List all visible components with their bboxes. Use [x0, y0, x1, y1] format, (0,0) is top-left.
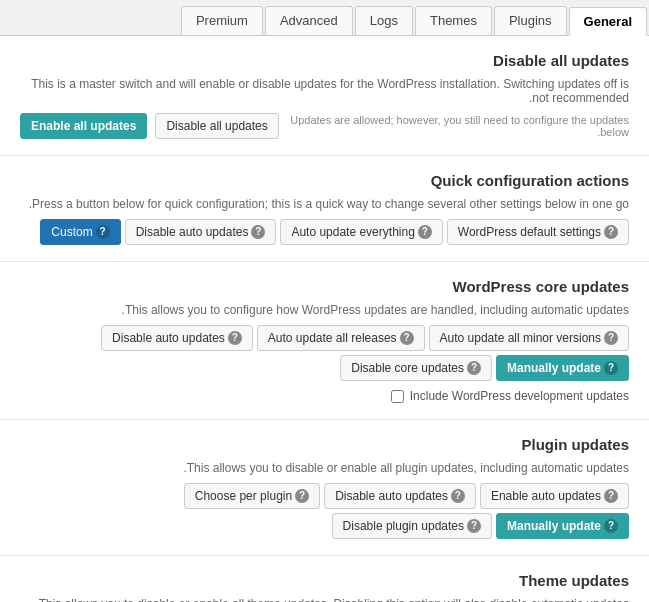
plugin-disable-auto-info[interactable]: ? — [451, 489, 465, 503]
disable-all-note: Updates are allowed; however, you still … — [287, 114, 629, 138]
disable-all-button[interactable]: Disable all updates — [155, 113, 278, 139]
quick-config-custom-button[interactable]: Custom ? — [40, 219, 120, 245]
quick-config-auto-everything-button[interactable]: Auto update everything ? — [280, 219, 442, 245]
enable-all-button[interactable]: Enable all updates — [20, 113, 147, 139]
wp-core-title: WordPress core updates — [20, 278, 629, 295]
wp-core-dev-updates-checkbox[interactable] — [391, 390, 404, 403]
wp-core-dev-updates-label: Include WordPress development updates — [410, 389, 629, 403]
plugin-choose-per-plugin-button[interactable]: Choose per plugin ? — [184, 483, 320, 509]
plugin-choose-per-plugin-info[interactable]: ? — [295, 489, 309, 503]
plugin-updates-title: Plugin updates — [20, 436, 629, 453]
quick-config-disable-auto-button[interactable]: Disable auto updates ? — [125, 219, 277, 245]
wp-core-disable-auto-label: Disable auto updates — [112, 331, 225, 345]
plugin-choose-per-plugin-label: Choose per plugin — [195, 489, 292, 503]
quick-config-wp-default-button[interactable]: WordPress default settings ? — [447, 219, 629, 245]
plugin-enable-auto-button[interactable]: Enable auto updates ? — [480, 483, 629, 509]
wp-core-all-releases-info[interactable]: ? — [400, 331, 414, 345]
wp-core-disable-core-button[interactable]: Disable core updates ? — [340, 355, 492, 381]
custom-info-icon[interactable]: ? — [96, 225, 110, 239]
plugin-disable-plugin-info[interactable]: ? — [467, 519, 481, 533]
wp-core-buttons: Disable auto updates ? Auto update all r… — [20, 325, 629, 381]
wp-core-disable-auto-info[interactable]: ? — [228, 331, 242, 345]
wp-core-disable-auto-button[interactable]: Disable auto updates ? — [101, 325, 253, 351]
theme-updates-title: Theme updates — [20, 572, 629, 589]
tab-logs[interactable]: Logs — [355, 6, 413, 35]
wp-core-manually-update-button[interactable]: Manually update ? — [496, 355, 629, 381]
section-wp-core: WordPress core updates This allows you t… — [0, 262, 649, 420]
wp-core-minor-versions-info[interactable]: ? — [604, 331, 618, 345]
plugin-manually-update-button[interactable]: Manually update ? — [496, 513, 629, 539]
main-content: Disable all updates This is a master swi… — [0, 36, 649, 602]
wp-core-dev-updates-row: Include WordPress development updates — [20, 389, 629, 403]
plugin-disable-auto-button[interactable]: Disable auto updates ? — [324, 483, 476, 509]
wp-core-minor-versions-button[interactable]: Auto update all minor versions ? — [429, 325, 629, 351]
wp-core-minor-versions-label: Auto update all minor versions — [440, 331, 601, 345]
plugin-enable-auto-label: Enable auto updates — [491, 489, 601, 503]
section-theme-updates: Theme updates This allows you to disable… — [0, 556, 649, 602]
wp-core-all-releases-label: Auto update all releases — [268, 331, 397, 345]
plugin-manually-update-label: Manually update — [507, 519, 601, 533]
disable-auto-info-icon[interactable]: ? — [251, 225, 265, 239]
plugin-updates-desc: This allows you to disable or enable all… — [20, 461, 629, 475]
wp-core-manually-update-label: Manually update — [507, 361, 601, 375]
section-quick-config: Quick configuration actions Press a butt… — [0, 156, 649, 262]
tab-premium[interactable]: Premium — [181, 6, 263, 35]
disable-auto-label: Disable auto updates — [136, 225, 249, 239]
quick-config-desc: Press a button below for quick configura… — [20, 197, 629, 211]
plugin-enable-auto-info[interactable]: ? — [604, 489, 618, 503]
section-disable-all: Disable all updates This is a master swi… — [0, 36, 649, 156]
auto-everything-info-icon[interactable]: ? — [418, 225, 432, 239]
quick-config-buttons: Custom ? Disable auto updates ? Auto upd… — [20, 219, 629, 245]
quick-config-title: Quick configuration actions — [20, 172, 629, 189]
plugin-disable-plugin-button[interactable]: Disable plugin updates ? — [332, 513, 492, 539]
section-plugin-updates: Plugin updates This allows you to disabl… — [0, 420, 649, 556]
wp-core-desc: This allows you to configure how WordPre… — [20, 303, 629, 317]
disable-all-title: Disable all updates — [20, 52, 629, 69]
disable-all-desc: This is a master switch and will enable … — [20, 77, 629, 105]
theme-updates-desc: This allows you to disable or enable all… — [20, 597, 629, 602]
auto-everything-label: Auto update everything — [291, 225, 414, 239]
disable-all-actions: Updates are allowed; however, you still … — [20, 113, 629, 139]
wp-core-disable-core-label: Disable core updates — [351, 361, 464, 375]
tab-general[interactable]: General — [569, 7, 647, 36]
wp-core-disable-core-info[interactable]: ? — [467, 361, 481, 375]
wp-core-manually-update-info[interactable]: ? — [604, 361, 618, 375]
wp-core-all-releases-button[interactable]: Auto update all releases ? — [257, 325, 425, 351]
tab-plugins[interactable]: Plugins — [494, 6, 567, 35]
wp-default-info-icon[interactable]: ? — [604, 225, 618, 239]
plugin-manually-update-info[interactable]: ? — [604, 519, 618, 533]
wp-default-label: WordPress default settings — [458, 225, 601, 239]
plugin-updates-buttons: Choose per plugin ? Disable auto updates… — [20, 483, 629, 539]
custom-label: Custom — [51, 225, 92, 239]
tab-advanced[interactable]: Advanced — [265, 6, 353, 35]
plugin-disable-auto-label: Disable auto updates — [335, 489, 448, 503]
tab-navigation: Premium Advanced Logs Themes Plugins Gen… — [0, 0, 649, 36]
plugin-disable-plugin-label: Disable plugin updates — [343, 519, 464, 533]
tab-themes[interactable]: Themes — [415, 6, 492, 35]
